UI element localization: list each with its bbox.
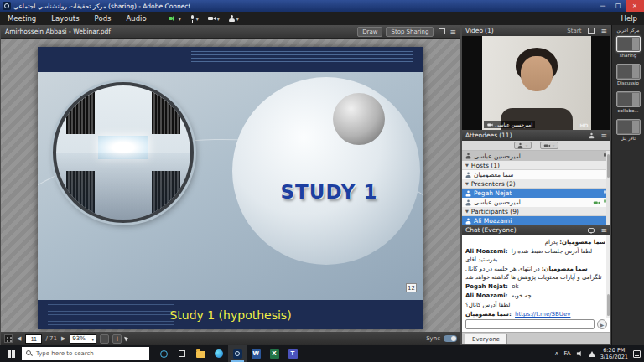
group-label: Presenters (2) [471, 180, 516, 188]
attendee-row[interactable]: Ali Moazami [462, 216, 610, 225]
chevron-down-icon[interactable]: ▾ [236, 16, 239, 22]
attendee-view-icon[interactable] [589, 132, 595, 137]
breakout-button[interactable]: ▾ [540, 142, 558, 149]
next-page-button[interactable]: ▶ [60, 335, 66, 342]
chat-scrollbar[interactable] [606, 235, 610, 318]
attendees-toolbar: ▾ ▾ [462, 141, 610, 151]
word-button[interactable]: W [247, 345, 265, 362]
minimize-button[interactable]: — [595, 0, 610, 12]
layout-label: sharing [620, 53, 637, 58]
folder-icon [196, 351, 205, 358]
stop-sharing-button[interactable]: Stop Sharing [386, 27, 434, 37]
attendee-row[interactable]: Pegah Nejat [462, 189, 610, 198]
language-indicator[interactable]: FA [564, 350, 570, 357]
menu-layouts[interactable]: Layouts [44, 12, 86, 25]
set-status-button[interactable]: ▾ [514, 142, 531, 149]
slide-caption: Study 1 (hypothesis) [169, 308, 291, 322]
attendee-group-participants[interactable]: ▼ Participants (9) [462, 207, 610, 216]
help-menu[interactable]: Help [621, 14, 644, 23]
tree-collapse-icon[interactable]: ▼ [465, 209, 469, 214]
group-label: Hosts (1) [471, 162, 500, 169]
menu-audio[interactable]: Audio [118, 12, 153, 25]
menu-pods[interactable]: Pods [87, 12, 119, 25]
draw-button[interactable]: Draw [357, 27, 382, 37]
attendees-scrollbar[interactable] [606, 151, 610, 225]
tray-expand-icon[interactable]: ∧ [554, 350, 558, 357]
chat-pod-title: Chat [465, 226, 480, 234]
cortana-button[interactable] [154, 345, 173, 362]
attendee-row[interactable]: سما معصومیان [462, 170, 610, 179]
layout-thumbnail[interactable] [616, 119, 641, 135]
taskbar-search[interactable]: Type here to search [22, 347, 149, 360]
my-name: امیرحسین عباسی [474, 153, 521, 160]
start-button[interactable] [0, 345, 22, 362]
action-center-icon[interactable] [633, 350, 641, 358]
layout-item-discussion[interactable]: Discussio [616, 64, 641, 85]
edge-icon [215, 349, 223, 358]
slides-grid-icon[interactable] [4, 334, 13, 343]
chevron-down-icon[interactable]: ▾ [217, 16, 220, 22]
attendee-name: سما معصومیان [474, 171, 513, 178]
tray-clock[interactable]: 6:20 PM 3/16/2021 [600, 347, 628, 360]
volume-icon[interactable] [577, 351, 583, 356]
network-icon[interactable] [589, 351, 595, 357]
chat-input[interactable] [465, 319, 595, 329]
chat-link[interactable]: https://t.me/SBUev [515, 311, 570, 318]
fullscreen-icon[interactable] [439, 28, 445, 34]
tree-collapse-icon[interactable]: ▼ [465, 181, 469, 186]
chat-bubble-icon[interactable] [588, 228, 595, 233]
pointer-tool-icon[interactable] [124, 335, 129, 341]
adobe-connect-taskbar-button[interactable] [228, 345, 247, 362]
menu-meeting[interactable]: Meeting [0, 12, 44, 25]
layout-thumbnail[interactable] [616, 91, 641, 107]
pod-options-icon[interactable]: ≡ [600, 27, 607, 35]
webcam-toggle[interactable]: ▾ [205, 16, 223, 22]
tree-collapse-icon[interactable]: ▼ [465, 163, 469, 168]
speaker-toggle[interactable]: ▾ [166, 15, 184, 22]
slide-heading: STUDY 1 [239, 181, 419, 203]
person-status-icon [229, 15, 235, 22]
chevron-down-icon[interactable]: ▾ [179, 16, 181, 22]
layout-item-collaboration[interactable]: collabo... [616, 91, 641, 113]
task-view-button[interactable] [173, 345, 191, 362]
status-toggle[interactable]: ▾ [226, 15, 242, 22]
zoom-out-button[interactable]: − [100, 334, 109, 344]
tab-everyone[interactable]: Everyone [465, 334, 507, 344]
file-explorer-button[interactable] [191, 345, 210, 362]
chat-message: Ali Moazami: چه خوبه [465, 292, 607, 300]
pod-options-icon[interactable]: ≡ [600, 226, 607, 235]
tray-date: 3/16/2021 [600, 354, 628, 360]
attendees-count: (11) [499, 132, 512, 139]
chevron-down-icon: ▾ [553, 142, 555, 148]
start-webcam-button[interactable]: Start [567, 28, 581, 34]
previous-page-button[interactable]: ◀ [16, 335, 22, 342]
windows-logo-icon [8, 350, 15, 358]
chat-text: ok [512, 283, 518, 290]
my-attendee-row[interactable]: امیرحسین عباسی [462, 151, 610, 161]
send-message-icon[interactable]: ▶ [597, 319, 607, 329]
chat-sender: سما معصومیان: [559, 239, 605, 246]
attendee-row[interactable]: امیرحسین عباسی [462, 198, 610, 207]
excel-button[interactable]: X [265, 345, 283, 362]
zoom-in-button[interactable]: + [112, 334, 122, 344]
layout-thumbnail[interactable] [616, 64, 641, 80]
layout-thumbnail[interactable] [616, 36, 641, 52]
attendee-name: Ali Moazami [474, 217, 512, 225]
layout-item-sharing[interactable]: sharing [616, 36, 641, 58]
layout-item-custom[interactable]: تالار پنل [616, 119, 641, 141]
fullscreen-icon[interactable] [588, 28, 595, 34]
pod-options-icon[interactable]: ≡ [600, 132, 607, 140]
page-number-input[interactable] [25, 334, 42, 344]
maximize-button[interactable]: □ [610, 0, 626, 12]
zoom-select[interactable]: 93% ▾ [70, 334, 96, 344]
edge-button[interactable] [210, 345, 228, 362]
close-button[interactable]: × [626, 0, 644, 12]
pod-options-icon[interactable]: ≡ [449, 28, 456, 36]
microphone-toggle[interactable]: ▾ [187, 15, 202, 23]
attendee-group-hosts[interactable]: ▼ Hosts (1) [462, 161, 610, 170]
chevron-down-icon[interactable]: ▾ [196, 16, 199, 22]
share-toolbar: ◀ / 71 ▶ 93% ▾ − + Sync [1, 332, 460, 345]
sync-toggle[interactable] [444, 335, 457, 342]
attendee-group-presenters[interactable]: ▼ Presenters (2) [462, 179, 610, 189]
teams-button[interactable]: T [283, 345, 302, 362]
